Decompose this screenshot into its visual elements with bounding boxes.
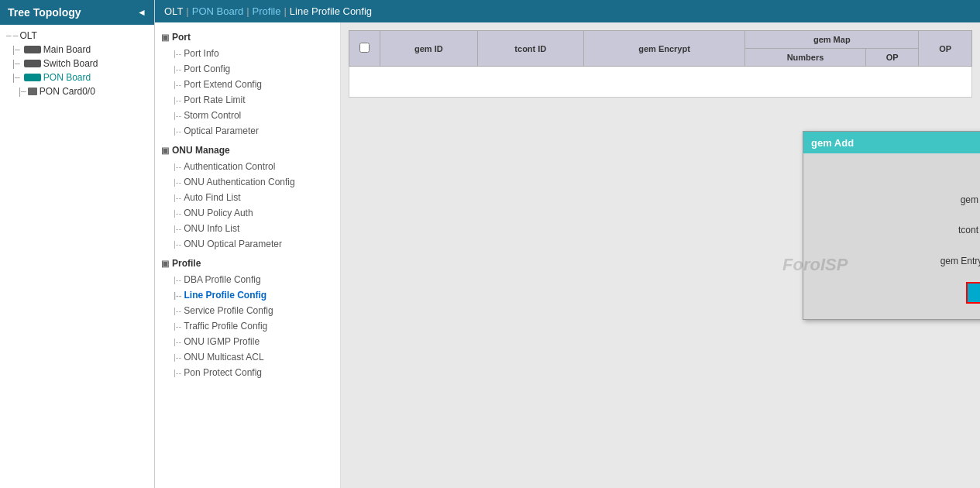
gem-add-gem-encrypt-label: gem Entrypt : xyxy=(903,256,980,266)
nav-item-onu-auth-config[interactable]: ONU Authentication Config xyxy=(155,174,340,190)
gem-add-tcont-id-row: tcont ID : 1 2 3 2 xyxy=(827,220,980,240)
content-area: ▣ Port Port Info Port Config Port Extend… xyxy=(155,22,980,488)
tree-label-olt: OLT xyxy=(19,30,36,41)
gem-add-confirm-row: Confirm 4 xyxy=(827,282,980,304)
nav-item-port-extend-config[interactable]: Port Extend Config xyxy=(155,77,340,92)
gem-add-dialog: gem Add X Line Profile ID : 1 xyxy=(803,131,980,320)
nav-section-onu-manage: ▣ ONU Manage Authentication Control ONU … xyxy=(155,142,340,252)
tree-label-pon-board: PON Board xyxy=(43,72,91,83)
nav-item-auto-find-list[interactable]: Auto Find List xyxy=(155,190,340,205)
nav-item-onu-multicast-acl[interactable]: ONU Multicast ACL xyxy=(155,349,340,365)
nav-item-line-profile-config[interactable]: Line Profile Config xyxy=(155,287,340,303)
board-icon-main xyxy=(24,46,41,53)
breadcrumb-line-profile-config: Line Profile Config xyxy=(290,5,372,17)
tree-expand-olt: – xyxy=(6,30,12,41)
nav-section-port-header[interactable]: ▣ Port xyxy=(155,29,340,46)
gem-add-body: Line Profile ID : 1 gem ID : 1 xyxy=(803,153,980,319)
nav-item-port-rate-limit[interactable]: Port Rate Limit xyxy=(155,92,340,108)
nav-section-onu-manage-label: ONU Manage xyxy=(172,145,230,156)
tree-item-switch-board[interactable]: |– Switch Board xyxy=(0,57,154,70)
breadcrumb-pon-board[interactable]: PON Board xyxy=(192,5,243,17)
nav-item-traffic-profile-config[interactable]: Traffic Profile Config xyxy=(155,318,340,334)
nav-section-port-label: Port xyxy=(172,32,191,43)
nav-item-onu-optical-parameter[interactable]: ONU Optical Parameter xyxy=(155,236,340,252)
nav-item-onu-igmp-profile[interactable]: ONU IGMP Profile xyxy=(155,334,340,349)
nav-panel: ▣ Port Port Info Port Config Port Extend… xyxy=(155,22,341,488)
card-icon-pon xyxy=(28,88,37,95)
sidebar: Tree Topology ◄ – – OLT |– Main Board |–… xyxy=(0,0,155,488)
gem-add-title-bar: gem Add X xyxy=(803,132,980,153)
th-gem-id: gem ID xyxy=(380,31,478,67)
nav-section-port-collapse-icon: ▣ xyxy=(161,33,169,43)
table-empty-row xyxy=(349,67,972,98)
th-gem-map: gem Map xyxy=(745,31,919,49)
tree-label-switch-board: Switch Board xyxy=(43,58,98,69)
nav-item-port-info[interactable]: Port Info xyxy=(155,46,340,61)
sidebar-title: Tree Topology ◄ xyxy=(0,0,154,25)
nav-item-port-config[interactable]: Port Config xyxy=(155,61,340,77)
nav-item-storm-control[interactable]: Storm Control xyxy=(155,108,340,123)
gem-add-gem-encrypt-row: gem Entrypt : Disable Enable 3 xyxy=(827,251,980,271)
nav-item-optical-parameter[interactable]: Optical Parameter xyxy=(155,123,340,139)
th-gem-encrypt: gem Encrypt xyxy=(584,31,745,67)
gem-add-gem-id-label: gem ID : xyxy=(903,194,980,205)
tree-item-olt[interactable]: – – OLT xyxy=(0,29,154,43)
main-area: OLT | PON Board | Profile | Line Profile… xyxy=(155,0,980,488)
board-icon-switch xyxy=(24,60,41,67)
nav-section-profile: ▣ Profile DBA Profile Config Line Profil… xyxy=(155,255,340,380)
right-content: gem ID tcont ID gem Encrypt gem Map OP N… xyxy=(341,22,980,488)
tree-item-pon-board[interactable]: |– PON Board xyxy=(0,70,154,84)
gem-add-gem-id-row: gem ID : 1 xyxy=(827,191,980,209)
breadcrumb: OLT | PON Board | Profile | Line Profile… xyxy=(155,0,980,22)
nav-item-pon-protect-config[interactable]: Pon Protect Config xyxy=(155,365,340,380)
tree-label-main-board: Main Board xyxy=(43,44,91,55)
breadcrumb-olt[interactable]: OLT xyxy=(164,5,183,17)
nav-section-profile-header[interactable]: ▣ Profile xyxy=(155,255,340,272)
th-gem-map-numbers: Numbers xyxy=(745,49,866,67)
nav-item-onu-policy-auth[interactable]: ONU Policy Auth xyxy=(155,205,340,221)
gem-add-line-profile-label: Line Profile ID : xyxy=(954,169,980,180)
gem-add-line-profile-row: Line Profile ID : 1 xyxy=(827,169,980,180)
tree-item-main-board[interactable]: |– Main Board xyxy=(0,43,154,57)
table-wrapper: gem ID tcont ID gem Encrypt gem Map OP N… xyxy=(349,30,972,98)
gem-table: gem ID tcont ID gem Encrypt gem Map OP N… xyxy=(349,30,972,98)
nav-item-dba-profile-config[interactable]: DBA Profile Config xyxy=(155,272,340,287)
confirm-button[interactable]: Confirm xyxy=(966,282,980,304)
gem-add-title-text: gem Add xyxy=(811,137,854,149)
nav-item-service-profile-config[interactable]: Service Profile Config xyxy=(155,303,340,318)
nav-section-profile-collapse-icon: ▣ xyxy=(161,259,169,269)
tree-label-pon-card: PON Card0/0 xyxy=(40,86,95,97)
nav-section-onu-manage-collapse-icon: ▣ xyxy=(161,146,169,156)
nav-item-auth-control[interactable]: Authentication Control xyxy=(155,159,340,174)
select-all-checkbox[interactable] xyxy=(359,43,370,53)
tree-item-pon-card[interactable]: |– PON Card0/0 xyxy=(0,84,154,98)
sidebar-collapse-button[interactable]: ◄ xyxy=(137,7,146,18)
nav-item-onu-info-list[interactable]: ONU Info List xyxy=(155,221,340,236)
board-icon-pon xyxy=(24,74,41,81)
nav-section-onu-manage-header[interactable]: ▣ ONU Manage xyxy=(155,142,340,159)
th-checkbox xyxy=(349,31,380,67)
th-tcont-id: tcont ID xyxy=(477,31,583,67)
th-gem-map-op: OP xyxy=(865,49,919,67)
tree: – – OLT |– Main Board |– Switch Board |–… xyxy=(0,25,154,102)
nav-section-port: ▣ Port Port Info Port Config Port Extend… xyxy=(155,29,340,139)
gem-add-tcont-id-label: tcont ID : xyxy=(903,225,980,235)
sidebar-title-text: Tree Topology xyxy=(8,6,81,19)
nav-section-profile-label: Profile xyxy=(172,258,201,269)
breadcrumb-profile[interactable]: Profile xyxy=(253,5,281,17)
th-op: OP xyxy=(919,31,972,67)
